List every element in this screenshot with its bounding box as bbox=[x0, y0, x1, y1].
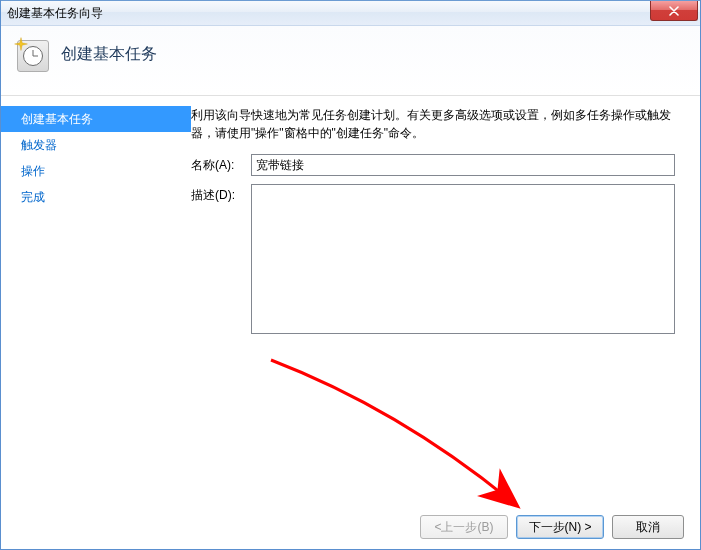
wizard-steps-sidebar: 创建基本任务 触发器 操作 完成 bbox=[1, 96, 191, 501]
name-label: 名称(A): bbox=[191, 154, 251, 176]
scheduled-task-icon bbox=[17, 40, 49, 72]
sidebar-item-label: 完成 bbox=[21, 190, 45, 204]
cancel-button[interactable]: 取消 bbox=[612, 515, 684, 539]
titlebar: 创建基本任务向导 bbox=[1, 0, 700, 26]
sidebar-item-trigger[interactable]: 触发器 bbox=[1, 132, 191, 158]
sidebar-item-label: 创建基本任务 bbox=[21, 112, 93, 126]
clock-icon bbox=[23, 46, 43, 66]
wizard-window: 创建基本任务向导 创建基本任务 创建基本任务 触发器 bbox=[0, 0, 701, 550]
next-button[interactable]: 下一步(N) > bbox=[516, 515, 604, 539]
wizard-button-bar: <上一步(B) 下一步(N) > 取消 bbox=[420, 515, 684, 539]
wizard-main-pane: 利用该向导快速地为常见任务创建计划。有关更多高级选项或设置，例如多任务操作或触发… bbox=[191, 96, 700, 501]
close-icon bbox=[669, 6, 679, 16]
wizard-header: 创建基本任务 bbox=[1, 26, 700, 96]
sidebar-item-action[interactable]: 操作 bbox=[1, 158, 191, 184]
page-heading: 创建基本任务 bbox=[61, 44, 157, 65]
close-button[interactable] bbox=[650, 1, 698, 21]
description-label: 描述(D): bbox=[191, 184, 251, 334]
sidebar-item-label: 触发器 bbox=[21, 138, 57, 152]
back-button: <上一步(B) bbox=[420, 515, 508, 539]
window-title: 创建基本任务向导 bbox=[7, 5, 103, 22]
description-input[interactable] bbox=[251, 184, 675, 334]
intro-text: 利用该向导快速地为常见任务创建计划。有关更多高级选项或设置，例如多任务操作或触发… bbox=[191, 106, 682, 142]
wizard-body: 创建基本任务 触发器 操作 完成 利用该向导快速地为常见任务创建计划。有关更多高… bbox=[1, 96, 700, 501]
description-field-row: 描述(D): bbox=[191, 184, 682, 334]
sidebar-item-label: 操作 bbox=[21, 164, 45, 178]
name-input[interactable] bbox=[251, 154, 675, 176]
name-field-row: 名称(A): bbox=[191, 154, 682, 176]
sidebar-item-finish[interactable]: 完成 bbox=[1, 184, 191, 210]
sidebar-item-create-task[interactable]: 创建基本任务 bbox=[1, 106, 191, 132]
